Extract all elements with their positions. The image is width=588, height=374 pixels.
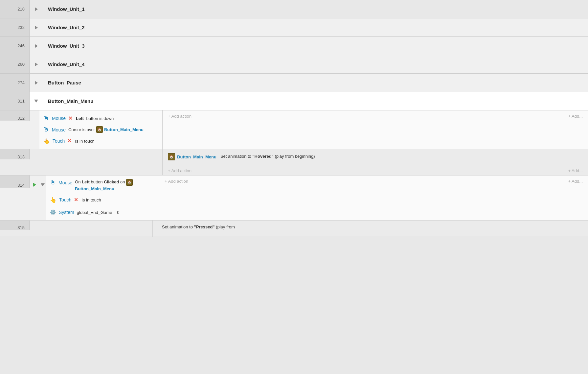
mouse-label-314[interactable]: Mouse (58, 180, 72, 185)
condition-system-314: ⚙️ System global_End_Game = 0 (50, 208, 155, 217)
row-label-232: Window_Unit_2 (43, 19, 588, 36)
add-action-314[interactable]: + Add action (165, 179, 188, 184)
is-in-touch-text-314: Is in touch (81, 198, 101, 202)
row-label-260: Window_Unit_4 (43, 56, 588, 73)
action-area-313: 🏠 Button_Main_Menu Set animation to "Hov… (163, 149, 588, 175)
sub-row-313: 313 🏠 Button_Main_Menu Set animation to … (0, 149, 588, 175)
mouse-label-2[interactable]: Mouse (52, 127, 66, 132)
sub-row-312: 312 🖱 Mouse ✕ Left button is down (0, 110, 588, 149)
action-partial-315: Set animation to "Pressed" (play from (153, 221, 588, 237)
empty-315 (46, 221, 153, 237)
touch-icon-1: 👆 (43, 138, 50, 144)
obj-icon-314: 🏠 (126, 179, 133, 186)
line-num-232: 232 (0, 18, 30, 36)
sub-row-315-partial: 315 Set animation to "Pressed" (play fro… (0, 221, 588, 237)
line-num-260: 260 (0, 55, 30, 73)
conditions-312: 🖱 Mouse ✕ Left button is down 🖱 Mouse Cu… (39, 110, 163, 149)
add-more-314[interactable]: + Add... (568, 179, 583, 184)
is-in-touch-text-1: Is in touch (75, 139, 94, 144)
action-object-313: 🏠 Button_Main_Menu (168, 153, 216, 160)
row-218[interactable]: 218 Window_Unit_1 (0, 0, 588, 18)
sub-indent-312 (30, 110, 39, 149)
row-label-311: Button_Main_Menu (43, 92, 588, 110)
add-more-312[interactable]: + Add... (568, 114, 583, 119)
touch-label-314[interactable]: Touch (59, 197, 71, 202)
condition-mouse-cursor-over: 🖱 Mouse Cursor is over 🏠 Button_Main_Men… (43, 126, 158, 133)
line-num-313: 313 (0, 149, 30, 159)
arrow-right-icon (35, 62, 38, 66)
condition-mouse-clicked: 🖱 Mouse On Left button Clicked on 🏠 Butt… (50, 179, 155, 192)
row-311-header[interactable]: 311 Button_Main_Menu (0, 92, 588, 110)
sub-indent-315 (30, 221, 46, 237)
condition-mouse-left-down: 🖱 Mouse ✕ Left button is down (43, 114, 158, 123)
obj-icon-1: 🏠 (96, 126, 103, 133)
line-num-246: 246 (0, 37, 30, 55)
expanded-311: 312 🖱 Mouse ✕ Left button is down (0, 110, 588, 237)
btn-main-menu-link-313[interactable]: Button_Main_Menu (177, 154, 216, 159)
line-num-218: 218 (0, 0, 30, 18)
arrow-down-icon (34, 100, 38, 103)
add-action-313[interactable]: + Add action (168, 168, 192, 173)
touch-icon-314: 👆 (50, 197, 57, 203)
btn-main-menu-link-1[interactable]: Button_Main_Menu (104, 127, 144, 132)
green-arrow-col (30, 175, 39, 220)
row-label-274: Button_Pause (43, 74, 588, 91)
x-mark-314: ✕ (74, 197, 78, 203)
condition-touch-314: 👆 Touch ✕ Is in touch (50, 195, 155, 204)
line-num-312: 312 (0, 110, 30, 121)
row-232[interactable]: 232 Window_Unit_2 (0, 18, 588, 37)
arrow-down-314 (41, 183, 45, 186)
actions-314-row: + Add action + Add... (165, 179, 583, 184)
line-num-314: 314 (0, 175, 30, 188)
row-246[interactable]: 246 Window_Unit_3 (0, 37, 588, 55)
action-desc-313: 🏠 Button_Main_Menu Set animation to "Hov… (163, 149, 588, 166)
line-num-311: 311 (0, 92, 30, 110)
collapse-arrow-246[interactable] (30, 44, 43, 48)
system-label-314[interactable]: System (59, 210, 74, 215)
row-260[interactable]: 260 Window_Unit_4 (0, 55, 588, 74)
action-text-315-partial: Set animation to "Pressed" (play from (162, 224, 235, 229)
arrow-right-icon (35, 26, 38, 30)
collapse-arrow-274[interactable] (30, 81, 43, 85)
sub-row-314: 314 🖱 Mouse (0, 175, 588, 221)
global-end-game-text: global_End_Game = 0 (77, 210, 120, 215)
cursor-over-text: Cursor is over 🏠 Button_Main_Menu (68, 126, 144, 133)
touch-label-1[interactable]: Touch (53, 138, 65, 144)
conditions-314: 🖱 Mouse On Left button Clicked on 🏠 Butt… (46, 175, 159, 220)
mouse-clicked-text: On Left button Clicked on 🏠 Button_Main_… (75, 179, 155, 192)
row-label-246: Window_Unit_3 (43, 37, 588, 55)
mouse-icon-314: 🖱 (50, 179, 56, 186)
x-mark-1: ✕ (68, 115, 73, 121)
empty-conditions-313 (39, 149, 163, 175)
sub-indent-313 (30, 149, 39, 175)
btn-main-menu-link-314[interactable]: Button_Main_Menu (75, 186, 114, 191)
line-num-315: 315 (0, 221, 30, 230)
mouse-icon: 🖱 (43, 115, 49, 122)
sub-collapse-314[interactable] (39, 175, 46, 220)
arrow-right-green-icon (33, 183, 36, 187)
arrow-right-icon (35, 7, 38, 11)
action-desc-315: Set animation to "Pressed" (play from (158, 224, 583, 229)
main-container: 218 Window_Unit_1 232 Window_Unit_2 246 … (0, 0, 588, 374)
collapse-arrow-260[interactable] (30, 62, 43, 66)
actions-312-row: + Add action + Add... (168, 114, 583, 119)
collapse-arrow-311[interactable] (30, 100, 43, 103)
actions-312: + Add action + Add... (163, 110, 588, 149)
collapse-arrow-232[interactable] (30, 26, 43, 30)
action-text-313: Set animation to "Hovered" (play from be… (220, 153, 315, 160)
line-num-274: 274 (0, 74, 30, 92)
collapse-arrow-218[interactable] (30, 7, 43, 11)
mouse-label[interactable]: Mouse (52, 116, 66, 121)
row-274[interactable]: 274 Button_Pause (0, 74, 588, 92)
arrow-right-icon (35, 44, 38, 48)
system-icon-314: ⚙️ (50, 209, 56, 215)
condition-touch-312: 👆 Touch ✕ Is in touch (43, 136, 158, 146)
arrow-right-icon (35, 81, 38, 85)
action-footer-313: + Add action + Add... (163, 166, 588, 175)
actions-314: + Add action + Add... (159, 175, 588, 220)
add-more-313[interactable]: + Add... (568, 168, 583, 173)
left-button-down-text: Left button is down (76, 116, 114, 121)
x-mark-2: ✕ (67, 138, 72, 144)
add-action-312[interactable]: + Add action (168, 114, 192, 119)
row-label-218: Window_Unit_1 (43, 0, 588, 18)
